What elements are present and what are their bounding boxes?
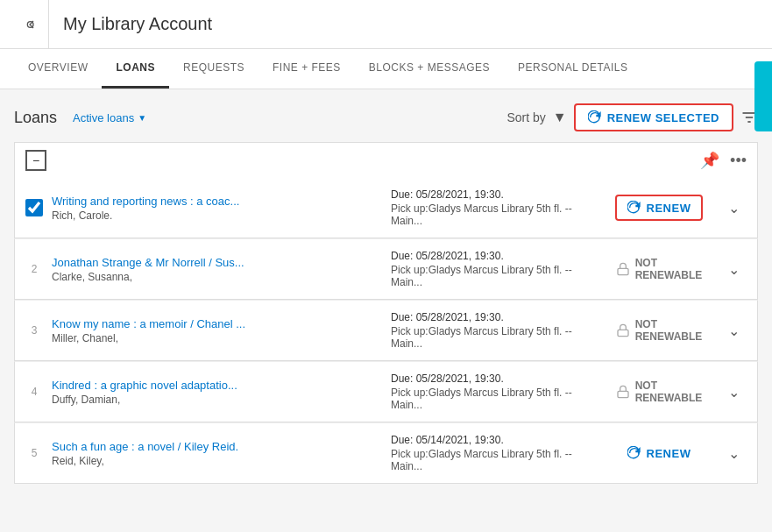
- row-due-date-3: Due: 05/28/2021, 19:30.: [391, 311, 584, 323]
- header: My Library Account: [0, 0, 772, 49]
- row-due-4: Due: 05/28/2021, 19:30. Pick up:Gladys M…: [391, 372, 584, 411]
- table-row: 5 Such a fun age : a novel / Kiley Reid.…: [14, 422, 758, 484]
- not-renewable-label-3: NOTRENEWABLE: [635, 318, 703, 343]
- tab-blocks-messages[interactable]: Blocks + Messages: [355, 49, 504, 89]
- table-row: 2 Jonathan Strange & Mr Norrell / Sus...…: [14, 238, 758, 300]
- row-author-1: Rich, Carole.: [52, 209, 377, 222]
- row-expand-1[interactable]: ⌄: [720, 200, 747, 216]
- active-loans-filter[interactable]: Active loans ▼: [66, 108, 153, 128]
- sort-area: Sort by ▼ RENEW SELECTED: [506, 103, 758, 131]
- row-action-5: RENEW: [598, 442, 720, 465]
- dropdown-arrow-icon: ▼: [138, 113, 146, 123]
- row-due-2: Due: 05/28/2021, 19:30. Pick up:Gladys M…: [391, 250, 584, 288]
- row-number-5: 5: [25, 444, 43, 462]
- row-info-2: Jonathan Strange & Mr Norrell / Sus... C…: [52, 256, 377, 283]
- row-number-4: 4: [25, 383, 43, 401]
- back-button[interactable]: [14, 0, 49, 49]
- table-row: Writing and reporting news : a coac... R…: [14, 178, 758, 238]
- row-info-4: Kindred : a graphic novel adaptatio... D…: [52, 379, 377, 406]
- not-renewable-3: NOTRENEWABLE: [616, 318, 703, 343]
- row-number-3: 3: [25, 322, 43, 339]
- tab-personal-details[interactable]: Personal Details: [504, 49, 641, 89]
- table-row: 4 Kindred : a graphic novel adaptatio...…: [14, 361, 758, 422]
- renew-icon-1: [627, 201, 641, 215]
- row-expand-4[interactable]: ⌄: [720, 384, 747, 401]
- content-area: Loans Active loans ▼ Sort by ▼ RENEW SEL…: [0, 89, 772, 498]
- row-title-3[interactable]: Know my name : a memoir / Chanel ...: [52, 317, 377, 330]
- row-title-1[interactable]: Writing and reporting news : a coac...: [52, 195, 377, 208]
- renew-button-1[interactable]: RENEW: [615, 195, 704, 221]
- tab-loans[interactable]: Loans: [102, 49, 169, 89]
- loans-bar: Loans Active loans ▼ Sort by ▼ RENEW SEL…: [14, 103, 758, 131]
- side-tab: [754, 61, 772, 131]
- sort-dropdown-button[interactable]: ▼: [553, 110, 567, 125]
- row-title-5[interactable]: Such a fun age : a novel / Kiley Reid.: [52, 440, 377, 453]
- deselect-all-button[interactable]: −: [25, 150, 46, 171]
- row-info-1: Writing and reporting news : a coac... R…: [52, 195, 377, 222]
- row-title-2[interactable]: Jonathan Strange & Mr Norrell / Sus...: [52, 256, 377, 269]
- pin-icon[interactable]: 📌: [700, 151, 719, 170]
- lock-icon-3: [616, 323, 630, 337]
- renew-button-5[interactable]: RENEW: [624, 442, 695, 465]
- svg-rect-4: [618, 268, 628, 274]
- row-checkbox-1[interactable]: [25, 199, 43, 216]
- row-info-3: Know my name : a memoir / Chanel ... Mil…: [52, 317, 377, 344]
- row-due-1: Due: 05/28/2021, 19:30. Pick up:Gladys M…: [391, 188, 584, 227]
- active-loans-label: Active loans: [73, 111, 134, 124]
- lock-icon-4: [616, 385, 630, 399]
- row-due-date-5: Due: 05/14/2021, 19:30.: [391, 434, 584, 446]
- page-title: My Library Account: [63, 14, 212, 34]
- row-due-date-4: Due: 05/28/2021, 19:30.: [391, 372, 584, 385]
- not-renewable-4: NOTRENEWABLE: [616, 379, 703, 404]
- row-author-3: Miller, Chanel,: [52, 332, 377, 344]
- tab-requests[interactable]: Requests: [169, 49, 259, 89]
- table-controls: − 📌 •••: [14, 142, 758, 178]
- row-info-5: Such a fun age : a novel / Kiley Reid. R…: [52, 440, 377, 467]
- sort-label: Sort by: [506, 110, 545, 124]
- not-renewable-label-4: NOTRENEWABLE: [635, 379, 703, 404]
- renew-selected-label: RENEW SELECTED: [607, 111, 719, 124]
- more-options-icon[interactable]: •••: [730, 152, 747, 170]
- row-author-4: Duffy, Damian,: [52, 394, 377, 406]
- lock-icon-2: [616, 262, 630, 276]
- not-renewable-2: NOTRENEWABLE: [616, 257, 703, 281]
- row-expand-3[interactable]: ⌄: [720, 323, 747, 339]
- row-pickup-5: Pick up:Gladys Marcus Library 5th fl. --…: [391, 448, 584, 472]
- row-pickup-4: Pick up:Gladys Marcus Library 5th fl. --…: [391, 387, 584, 411]
- renew-selected-button[interactable]: RENEW SELECTED: [574, 103, 733, 131]
- tab-overview[interactable]: Overview: [14, 49, 102, 89]
- row-pickup-3: Pick up:Gladys Marcus Library 5th fl. --…: [391, 325, 584, 350]
- row-author-5: Reid, Kiley,: [52, 455, 377, 467]
- row-author-2: Clarke, Susanna,: [52, 271, 377, 283]
- row-number-2: 2: [25, 260, 43, 278]
- row-action-2: NOTRENEWABLE: [598, 257, 720, 281]
- table-right-controls: 📌 •••: [700, 151, 747, 170]
- not-renewable-label-2: NOTRENEWABLE: [635, 257, 703, 281]
- tab-fine-fees[interactable]: Fine + Fees: [259, 49, 355, 89]
- row-action-4: NOTRENEWABLE: [598, 379, 720, 404]
- row-pickup-1: Pick up:Gladys Marcus Library 5th fl. --…: [391, 202, 584, 227]
- renew-icon-5: [627, 446, 641, 460]
- table-row: 3 Know my name : a memoir / Chanel ... M…: [14, 300, 758, 361]
- row-action-1: RENEW: [598, 195, 720, 221]
- loans-heading: Loans: [14, 109, 57, 127]
- row-expand-2[interactable]: ⌄: [720, 261, 747, 278]
- row-expand-5[interactable]: ⌄: [720, 445, 747, 462]
- row-due-date-1: Due: 05/28/2021, 19:30.: [391, 188, 584, 201]
- loans-list: Writing and reporting news : a coac... R…: [14, 178, 758, 484]
- svg-rect-6: [618, 391, 628, 397]
- renew-selected-icon: [588, 110, 602, 124]
- row-due-5: Due: 05/14/2021, 19:30. Pick up:Gladys M…: [391, 434, 584, 472]
- row-due-date-2: Due: 05/28/2021, 19:30.: [391, 250, 584, 262]
- svg-rect-5: [618, 330, 628, 336]
- row-title-4[interactable]: Kindred : a graphic novel adaptatio...: [52, 379, 377, 392]
- nav-tabs: Overview Loans Requests Fine + Fees Bloc…: [0, 49, 772, 89]
- row-action-3: NOTRENEWABLE: [598, 318, 720, 343]
- row-due-3: Due: 05/28/2021, 19:30. Pick up:Gladys M…: [391, 311, 584, 350]
- row-pickup-2: Pick up:Gladys Marcus Library 5th fl. --…: [391, 264, 584, 288]
